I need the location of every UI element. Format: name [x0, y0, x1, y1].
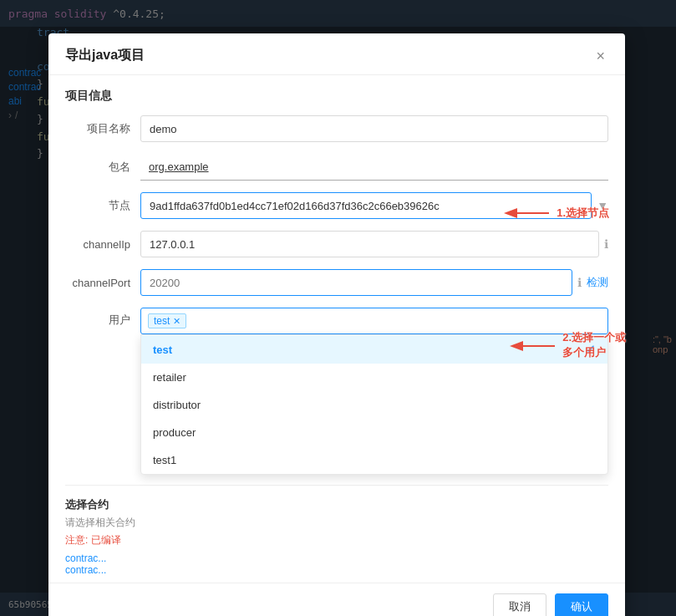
dialog-header: 导出java项目 ×	[48, 33, 625, 75]
package-label: 包名	[65, 160, 140, 175]
dropdown-item-retailer[interactable]: retailer	[141, 364, 607, 391]
section-title: 项目信息	[65, 89, 608, 104]
user-tags-input[interactable]: test ✕	[140, 308, 608, 334]
dialog-footer: 取消 确认	[48, 583, 625, 616]
channelport-input-wrapper: ℹ 检测	[140, 269, 608, 296]
channelip-input-wrapper: ℹ	[140, 231, 608, 257]
channelport-row: channelPort ℹ 检测	[65, 269, 608, 296]
confirm-button[interactable]: 确认	[555, 593, 608, 616]
channelport-input[interactable]	[140, 269, 572, 296]
user-tag-test: test ✕	[148, 313, 186, 328]
dropdown-item-test1[interactable]: test1	[141, 446, 607, 474]
user-label: 用户	[65, 308, 140, 328]
channelport-info-icon: ℹ	[577, 276, 582, 289]
dropdown-item-label: retailer	[153, 371, 186, 384]
node-label: 节点	[65, 198, 140, 213]
contract-link-2[interactable]: contrac...	[65, 564, 608, 576]
node-row: 节点 ▼	[65, 192, 608, 219]
node-dropdown-icon[interactable]: ▼	[597, 199, 608, 212]
detect-button[interactable]: 检测	[587, 275, 608, 290]
tag-label: test	[154, 315, 170, 327]
export-dialog: 导出java项目 × 项目信息 项目名称 包名 节点 ▼ channelIp	[48, 33, 625, 616]
package-input[interactable]	[140, 154, 608, 181]
contract-subtitle: 请选择相关合约	[65, 516, 608, 530]
package-row: 包名	[65, 154, 608, 181]
project-name-label: 项目名称	[65, 121, 140, 136]
dialog-title: 导出java项目	[65, 47, 145, 64]
channelport-label: channelPort	[65, 277, 140, 289]
node-input-wrapper: ▼	[140, 192, 608, 219]
project-name-row: 项目名称	[65, 115, 608, 142]
close-button[interactable]: ×	[592, 48, 608, 64]
channelip-row: channelIp ℹ	[65, 231, 608, 257]
contract-links: contrac... contrac...	[65, 552, 608, 576]
contract-note: 注意: 已编译	[65, 533, 608, 547]
tag-close-icon[interactable]: ✕	[173, 316, 180, 327]
dropdown-item-label: test	[153, 344, 172, 356]
contract-link-1[interactable]: contrac...	[65, 552, 608, 564]
user-dropdown: test ✓ retailer distributor producer tes…	[140, 334, 608, 475]
project-name-input[interactable]	[140, 115, 608, 142]
dropdown-item-label: test1	[153, 454, 176, 466]
channelip-label: channelIp	[65, 238, 140, 251]
divider	[65, 485, 608, 486]
user-row: 用户 test ✕ test ✓ retailer	[65, 308, 608, 334]
contract-section: 选择合约 请选择相关合约 注意: 已编译 contrac... contrac.…	[48, 485, 625, 576]
dropdown-item-label: producer	[153, 426, 196, 439]
dropdown-item-test[interactable]: test ✓	[141, 335, 607, 364]
node-input[interactable]	[140, 192, 592, 219]
dropdown-item-producer[interactable]: producer	[141, 419, 607, 446]
check-icon: ✓	[586, 343, 596, 356]
dropdown-item-distributor[interactable]: distributor	[141, 391, 607, 419]
channelip-info-icon: ℹ	[604, 237, 608, 251]
contract-title: 选择合约	[65, 497, 608, 512]
dialog-body: 项目信息 项目名称 包名 节点 ▼ channelIp ℹ	[48, 75, 625, 334]
channelip-input[interactable]	[140, 231, 599, 257]
cancel-button[interactable]: 取消	[493, 593, 546, 616]
user-input-container: test ✕ test ✓ retailer distributor	[140, 308, 608, 334]
dropdown-item-label: distributor	[153, 399, 201, 411]
